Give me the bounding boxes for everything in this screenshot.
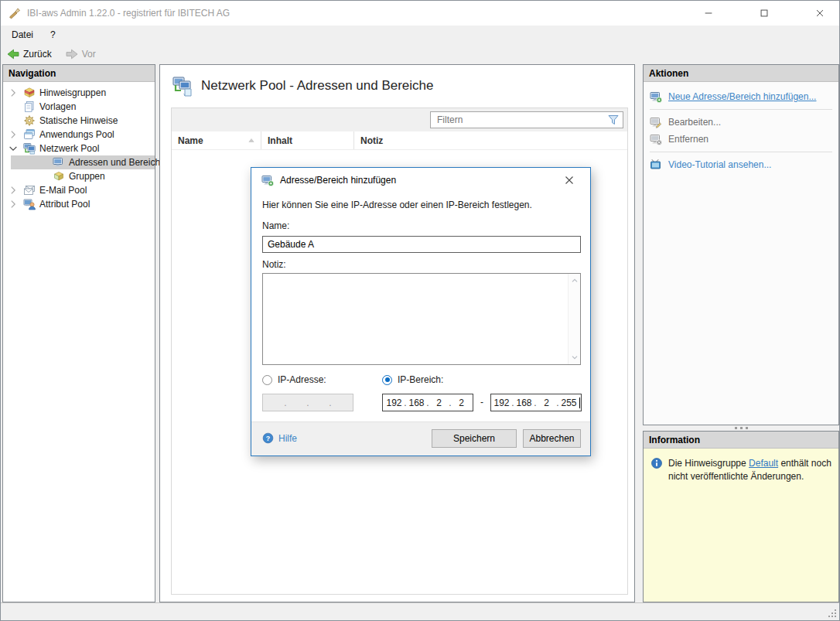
information-body: Die Hinweisgruppe Default enthält noch n… [644,449,838,602]
sidebar-item-e-mail-pool[interactable]: E-Mail Pool [3,183,155,197]
ip-range-label: IP-Bereich: [398,374,443,385]
sidebar-item-attribut-pool[interactable]: Attribut Pool [3,197,155,211]
action-entfernen: Entfernen [644,131,838,148]
ip-octet[interactable]: 192 [493,398,511,408]
scroll-up-icon[interactable] [569,275,580,286]
tree-item-label: Adressen und Bereiche [69,157,166,168]
column-header-name[interactable]: Name [172,131,261,149]
dialog-title-bar: Adresse/Bereich hinzufügen [251,168,590,193]
forward-arrow-icon [66,48,78,60]
add-monitor-icon [261,174,274,186]
app-window: { "window": { "title": "IBI-aws Admin 1.… [0,0,840,621]
add-address-dialog: Adresse/Bereich hinzufügen Hier können S… [251,167,591,456]
name-field[interactable] [262,236,581,253]
info-icon [650,457,663,469]
sidebar-item-hinweisgruppen[interactable]: Hinweisgruppen [3,86,155,100]
actions-panel: Aktionen Neue Adresse/Bereich hinzufügen… [643,64,839,425]
chevron-right-icon[interactable] [8,87,19,98]
column-header-notiz[interactable]: Notiz [354,131,627,149]
octet-separator: . [306,398,310,408]
forward-button: Vor [82,49,96,60]
tree-item-label: Statische Hinweise [39,115,118,126]
actions-list: Neue Adresse/Bereich hinzufügen...Bearbe… [644,82,838,173]
minimize-button[interactable] [691,1,726,26]
note-scrollbar[interactable] [568,274,580,364]
sidebar-item-gruppen[interactable]: Gruppen [3,169,155,183]
sidebar-item-adressen-und-bereiche[interactable]: Adressen und Bereiche [11,155,155,169]
octet-separator: . [329,398,333,408]
app-pool-icon [23,128,36,141]
text-caret [579,398,580,408]
close-button[interactable] [802,1,838,26]
save-button[interactable]: Speichern [432,429,517,448]
chevron-down-icon[interactable] [8,143,19,154]
information-text: Die Hinweisgruppe Default enthält noch n… [668,457,832,602]
maximize-button[interactable] [746,1,782,26]
panel-splitter-handle[interactable] [643,425,839,431]
address-monitor-icon [53,156,65,169]
action-label: Video-Tutorial ansehen... [668,159,771,170]
ip-range-radio[interactable] [382,375,392,385]
status-bar [1,602,839,620]
action-separator [650,152,832,152]
funnel-icon[interactable] [607,114,620,126]
tree-item-label: Hinweisgruppen [39,87,106,98]
action-neue-adresse-bereich-hinzufügen[interactable]: Neue Adresse/Bereich hinzufügen... [644,88,838,105]
groups-icon [53,170,65,183]
ip-octet[interactable]: 255 [560,398,579,408]
help-link[interactable]: ? Hilfe [262,432,297,444]
back-arrow-icon [7,48,19,60]
cancel-button[interactable]: Abbrechen [523,429,581,448]
information-text-before: Die Hinweisgruppe [668,458,749,469]
ip-octet[interactable]: 168 [515,398,534,408]
action-label: Neue Adresse/Bereich hinzufügen... [668,91,816,102]
default-group-link[interactable]: Default [749,458,778,469]
window-title: IBI-aws Admin 1.22.0 - registriert für I… [27,8,230,19]
sort-asc-icon [247,136,256,145]
name-label: Name: [262,220,289,231]
sidebar-item-statische-hinweise[interactable]: Statische Hinweise [3,114,155,128]
ip-range-from-field[interactable]: 192.168.2.2 [382,394,473,411]
resize-grip-icon[interactable] [825,606,838,619]
menu-item-help[interactable]: ? [50,29,56,40]
chevron-right-icon[interactable] [8,199,19,210]
column-header-inhalt[interactable]: Inhalt [261,131,354,149]
actions-header: Aktionen [644,65,838,82]
action-separator [650,109,832,110]
navigation-tree: HinweisgruppenVorlagenStatische Hinweise… [3,82,155,211]
ip-octet[interactable]: 2 [452,398,471,408]
action-label: Entfernen [668,134,709,145]
ip-octet[interactable]: 2 [538,398,556,408]
back-button[interactable]: Zurück [23,49,52,60]
action-video-tutorial-ansehen[interactable]: Video-Tutorial ansehen... [644,156,838,173]
tree-item-label: Attribut Pool [39,199,90,210]
ip-octet[interactable]: 2 [430,398,449,408]
ip-address-option[interactable]: IP-Adresse: [262,374,326,385]
templates-icon [23,101,36,113]
svg-text:?: ? [266,435,270,442]
menu-item-datei[interactable]: Datei [12,29,33,40]
sidebar-item-netzwerk-pool[interactable]: Netzwerk Pool [3,142,155,155]
ip-octet[interactable]: 168 [408,398,426,408]
page-title: Netzwerk Pool - Adressen und Bereiche [201,78,434,94]
dialog-close-button[interactable] [558,168,580,193]
tree-item-label: Anwendungs Pool [39,129,114,140]
chevron-right-icon[interactable] [8,185,19,196]
sidebar-item-anwendungs-pool[interactable]: Anwendungs Pool [3,128,155,142]
chevron-spacer [8,101,19,112]
column-label: Name [178,135,203,146]
ip-range-to-field[interactable]: 192.168.2.255 [490,394,582,411]
scroll-down-icon[interactable] [569,352,580,363]
tv-icon [650,159,662,171]
email-pool-icon [23,184,36,196]
network-page-icon [172,75,195,98]
ip-octet[interactable]: 192 [385,398,404,408]
note-field-wrap [262,273,581,365]
note-field[interactable] [263,274,567,364]
ip-range-option[interactable]: IP-Bereich: [382,374,443,385]
action-label: Bearbeiten... [668,117,721,128]
ip-address-radio[interactable] [262,375,272,385]
sidebar-item-vorlagen[interactable]: Vorlagen [3,100,155,114]
filter-input[interactable] [431,114,607,125]
chevron-right-icon[interactable] [8,129,19,140]
